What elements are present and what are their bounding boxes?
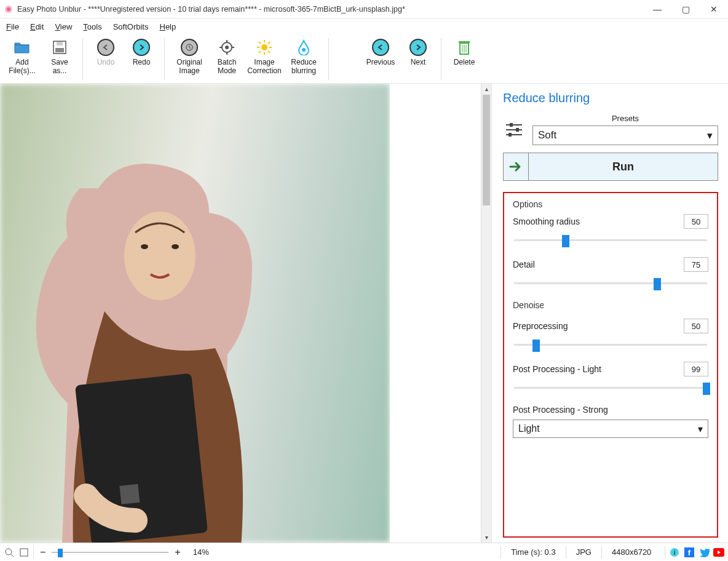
- canvas-pane: ▴ ▾: [0, 84, 492, 543]
- vertical-scrollbar[interactable]: ▴ ▾: [481, 84, 491, 543]
- preprocessing-row: Preprocessing 50: [513, 319, 708, 349]
- zoom-slider[interactable]: [52, 551, 168, 554]
- undo-icon: [97, 38, 115, 57]
- svg-point-1: [7, 7, 10, 11]
- toolbar: Add File(s)... Save as... Undo Redo Orig…: [0, 34, 728, 84]
- presets-label: Presets: [532, 114, 718, 125]
- menu-edit[interactable]: Edit: [30, 22, 44, 31]
- postprocessing-light-label: Post Processing - Light: [513, 364, 601, 374]
- svg-rect-3: [55, 48, 64, 52]
- denoise-label: Denoise: [513, 300, 544, 310]
- svg-point-30: [141, 244, 148, 249]
- menu-tools[interactable]: Tools: [83, 22, 101, 31]
- clock-icon: [180, 38, 199, 57]
- zoom-out-button[interactable]: −: [38, 547, 48, 558]
- options-box: Options Smoothing radius 50 Detail 75 De…: [503, 192, 718, 538]
- maximize-button[interactable]: ▢: [671, 0, 700, 18]
- detail-value[interactable]: 75: [684, 257, 708, 272]
- redo-button[interactable]: Redo: [125, 37, 158, 68]
- zoom-actual-icon[interactable]: [4, 547, 15, 558]
- menu-help[interactable]: Help: [159, 22, 176, 31]
- preprocessing-slider[interactable]: [513, 340, 708, 349]
- previous-button[interactable]: Previous: [362, 37, 399, 68]
- minimize-button[interactable]: —: [643, 0, 671, 18]
- status-format: JPG: [570, 547, 598, 557]
- image-preview[interactable]: [0, 84, 390, 543]
- postprocessing-light-slider[interactable]: [513, 383, 708, 392]
- svg-rect-23: [459, 41, 470, 43]
- svg-line-18: [268, 51, 270, 53]
- postprocessing-strong-combobox[interactable]: Light ▾: [513, 420, 708, 438]
- postprocessing-light-row: Post Processing - Light 99: [513, 362, 708, 392]
- twitter-icon[interactable]: [698, 547, 710, 558]
- save-as-button[interactable]: Save as...: [43, 37, 76, 76]
- run-button[interactable]: Run: [529, 153, 718, 181]
- menu-file[interactable]: File: [6, 22, 19, 31]
- next-icon: [409, 38, 427, 57]
- svg-line-17: [259, 42, 261, 44]
- scroll-down-icon[interactable]: ▾: [481, 532, 492, 543]
- scrollbar-thumb[interactable]: [483, 95, 490, 205]
- status-dimensions: 4480x6720: [606, 547, 661, 557]
- original-image-button[interactable]: Original Image: [171, 37, 208, 76]
- postprocessing-light-value[interactable]: 99: [684, 362, 708, 376]
- window-title: Easy Photo Unblur - ****Unregistered ver…: [17, 5, 643, 14]
- statusbar: − + 14% Time (s): 0.3 JPG 4480x6720 i f: [0, 543, 728, 561]
- svg-point-38: [6, 549, 12, 555]
- droplet-icon: [295, 38, 313, 57]
- detail-slider[interactable]: [513, 278, 708, 288]
- smoothing-radius-label: Smoothing radius: [513, 217, 580, 226]
- svg-rect-40: [20, 549, 28, 556]
- info-icon[interactable]: i: [669, 547, 680, 558]
- scroll-up-icon[interactable]: ▴: [481, 84, 492, 94]
- svg-text:f: f: [688, 548, 691, 557]
- svg-rect-37: [508, 133, 512, 137]
- brightness-icon: [255, 38, 274, 57]
- preprocessing-value[interactable]: 50: [684, 319, 708, 333]
- detail-label: Detail: [513, 260, 535, 269]
- folder-open-icon: [13, 38, 31, 57]
- svg-point-12: [261, 44, 267, 50]
- facebook-icon[interactable]: f: [684, 547, 695, 558]
- save-icon: [50, 38, 69, 57]
- run-icon[interactable]: [503, 153, 529, 181]
- titlebar: Easy Photo Unblur - ****Unregistered ver…: [0, 0, 728, 18]
- svg-line-19: [259, 51, 261, 53]
- svg-text:i: i: [673, 549, 675, 556]
- menubar: File Edit View Tools SoftOrbits Help: [0, 18, 728, 34]
- smoothing-radius-slider[interactable]: [513, 235, 708, 245]
- svg-point-27: [124, 212, 196, 300]
- svg-point-31: [172, 244, 179, 249]
- svg-line-39: [11, 554, 14, 557]
- menu-view[interactable]: View: [55, 22, 72, 31]
- postprocessing-strong-value: Light: [518, 423, 540, 434]
- youtube-icon[interactable]: [713, 547, 724, 558]
- undo-button[interactable]: Undo: [89, 37, 122, 68]
- app-icon: [4, 4, 14, 14]
- image-correction-button[interactable]: Image Correction: [246, 37, 283, 76]
- menu-softorbits[interactable]: SoftOrbits: [113, 22, 149, 31]
- smoothing-radius-row: Smoothing radius 50: [513, 214, 708, 245]
- add-files-button[interactable]: Add File(s)...: [4, 37, 41, 76]
- delete-button[interactable]: Delete: [448, 37, 481, 68]
- svg-rect-29: [119, 484, 140, 504]
- sliders-icon: [503, 119, 525, 141]
- svg-rect-36: [516, 128, 519, 132]
- svg-rect-4: [57, 42, 63, 46]
- previous-icon: [371, 38, 390, 57]
- preprocessing-label: Preprocessing: [513, 321, 568, 331]
- svg-rect-35: [510, 123, 513, 127]
- close-button[interactable]: ✕: [700, 0, 728, 18]
- zoom-in-button[interactable]: +: [172, 547, 183, 558]
- smoothing-radius-value[interactable]: 50: [684, 214, 708, 229]
- reduce-blurring-button[interactable]: Reduce blurring: [285, 37, 322, 76]
- batch-mode-button[interactable]: Batch Mode: [210, 37, 243, 76]
- photo-subject: [25, 164, 289, 543]
- panel-title: Reduce blurring: [503, 91, 718, 105]
- next-button[interactable]: Next: [402, 37, 435, 68]
- side-panel: Reduce blurring Presets Soft ▾ Run Optio…: [492, 84, 728, 543]
- presets-combobox[interactable]: Soft ▾: [532, 125, 718, 145]
- svg-point-7: [225, 46, 229, 49]
- fit-screen-icon[interactable]: [18, 547, 30, 558]
- status-time: Time (s): 0.3: [505, 547, 561, 557]
